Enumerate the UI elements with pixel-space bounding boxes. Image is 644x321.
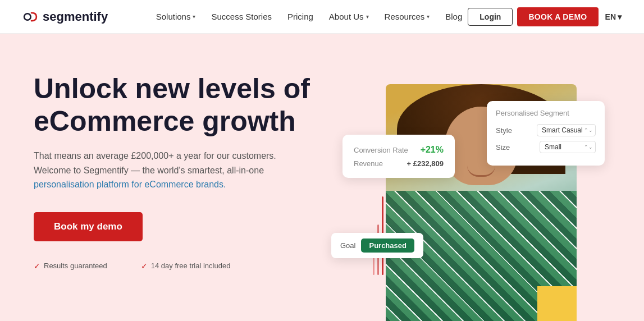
logo[interactable]: segmentify — [22, 8, 108, 26]
conversion-rate-card: Conversion Rate +21% Revenue + £232,809 — [342, 135, 455, 178]
hero-section: Unlock new levels of eCommerce growth Th… — [0, 34, 644, 321]
conversion-label: Conversion Rate — [354, 146, 408, 154]
conversion-value: +21% — [421, 145, 444, 155]
goal-label: Goal — [340, 241, 355, 250]
check-icon-1: ✓ — [34, 262, 40, 270]
revenue-value: + £232,809 — [407, 159, 444, 168]
size-select-wrap[interactable]: Small Medium Large — [540, 141, 596, 153]
goal-badge: Purchased — [361, 239, 414, 253]
badge-trial: ✓ 14 day free trial included — [141, 262, 231, 270]
badge-results: ✓ Results guaranteed — [34, 262, 107, 270]
lang-chevron-icon: ▾ — [618, 12, 622, 21]
style-select-wrap[interactable]: Smart Casual Casual Formal — [537, 124, 596, 136]
brand-name: segmentify — [43, 10, 108, 24]
nav-pricing[interactable]: Pricing — [287, 12, 313, 21]
language-selector[interactable]: EN ▾ — [605, 12, 622, 21]
personalisation-link[interactable]: personalisation platform for eCommerce b… — [34, 180, 226, 189]
size-label: Size — [496, 143, 510, 152]
nav-about-us[interactable]: About Us ▾ — [329, 12, 369, 21]
nav-blog[interactable]: Blog — [445, 12, 462, 21]
hero-subtitle: That means an average £200,000+ a year f… — [34, 149, 303, 192]
segment-card: Personalised Segment Style Smart Casual … — [487, 101, 605, 166]
yellow-accent — [537, 286, 577, 321]
logo-icon — [22, 8, 40, 26]
revenue-label: Revenue — [354, 159, 383, 168]
solutions-chevron-icon: ▾ — [193, 13, 195, 20]
nav-links: Solutions ▾ Success Stories Pricing Abou… — [156, 12, 463, 21]
hero-badges: ✓ Results guaranteed ✓ 14 day free trial… — [34, 262, 326, 270]
nav-success-stories[interactable]: Success Stories — [211, 12, 272, 21]
nav-resources[interactable]: Resources ▾ — [385, 12, 430, 21]
svg-point-1 — [25, 14, 30, 19]
about-chevron-icon: ▾ — [366, 13, 369, 20]
style-select[interactable]: Smart Casual Casual Formal — [537, 124, 596, 136]
nav-solutions[interactable]: Solutions ▾ — [156, 12, 196, 21]
resources-chevron-icon: ▾ — [427, 13, 430, 20]
navbar: segmentify Solutions ▾ Success Stories P… — [0, 0, 644, 34]
book-demo-nav-button[interactable]: BOOK A DEMO — [517, 7, 598, 26]
goal-card: Goal Purchased — [331, 233, 423, 258]
hero-left: Unlock new levels of eCommerce growth Th… — [34, 67, 326, 270]
book-demo-hero-button[interactable]: Book my demo — [34, 212, 143, 241]
hero-title: Unlock new levels of eCommerce growth — [34, 73, 326, 137]
hero-right: Conversion Rate +21% Revenue + £232,809 … — [326, 67, 610, 321]
check-icon-2: ✓ — [141, 262, 148, 270]
size-select[interactable]: Small Medium Large — [540, 141, 596, 153]
login-button[interactable]: Login — [468, 8, 513, 26]
segment-card-title: Personalised Segment — [496, 109, 596, 117]
style-label: Style — [496, 126, 512, 135]
